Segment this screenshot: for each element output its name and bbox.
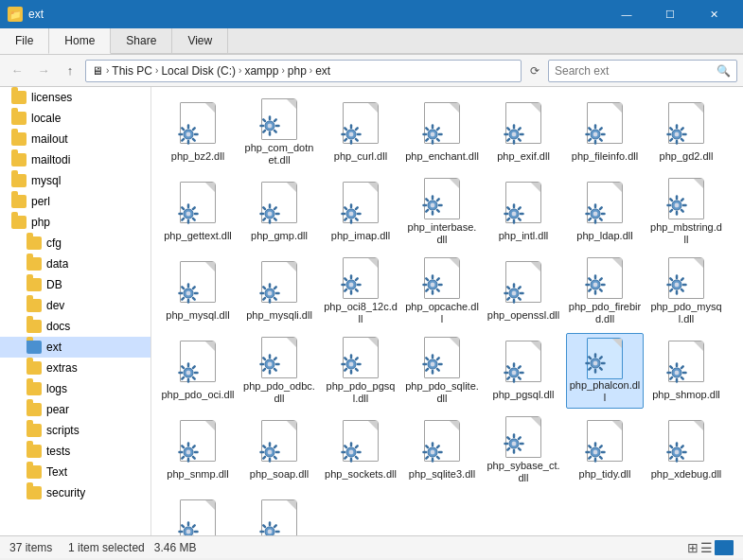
sidebar-item-perl[interactable]: perl — [0, 191, 150, 212]
path-localdisk[interactable]: Local Disk (C:) — [161, 64, 236, 78]
sidebar-item-locale[interactable]: locale — [0, 108, 150, 129]
file-item[interactable]: php_gd2.dll — [647, 95, 725, 170]
svg-point-443 — [268, 530, 272, 534]
tab-share[interactable]: Share — [111, 28, 172, 53]
svg-point-167 — [675, 202, 679, 206]
file-item[interactable]: php_pdo_sqlite.dll — [403, 333, 481, 409]
path-thispc[interactable]: This PC — [112, 64, 152, 78]
file-item[interactable]: php_pdo_firebird.dll — [566, 254, 644, 329]
sidebar-item-scripts[interactable]: scripts — [0, 420, 150, 441]
folder-icon — [27, 465, 42, 479]
tab-file[interactable]: File — [0, 28, 49, 54]
file-item[interactable]: php_pdo_pgsql.dll — [322, 333, 399, 409]
tab-view[interactable]: View — [172, 28, 228, 53]
address-path[interactable]: 🖥 › This PC › Local Disk (C:) › xampp › … — [85, 60, 522, 82]
file-item[interactable]: php_xmlrpc.dll — [159, 492, 237, 535]
dll-file-icon — [419, 420, 465, 465]
file-item[interactable]: php_mbstring.dll — [647, 174, 725, 250]
file-item[interactable]: php_pdo_odbc.dll — [240, 333, 318, 409]
file-item[interactable]: php_ldap.dll — [566, 174, 644, 250]
file-item[interactable]: php_xsl.dll — [240, 492, 318, 535]
sidebar-item-dev[interactable]: dev — [0, 295, 150, 316]
file-item[interactable]: php_xdebug.dll — [647, 412, 725, 488]
address-bar: ← → ↑ 🖥 › This PC › Local Disk (C:) › xa… — [0, 55, 743, 87]
file-item[interactable]: php_fileinfo.dll — [566, 95, 644, 170]
sidebar-item-logs[interactable]: logs — [0, 378, 150, 399]
minimize-button[interactable]: — — [605, 0, 648, 28]
file-item[interactable]: php_sybase_ct.dll — [485, 412, 562, 488]
sidebar-item-mailout[interactable]: mailout — [0, 129, 150, 149]
file-item[interactable]: php_enchant.dll — [403, 95, 481, 170]
file-item[interactable]: php_oci8_12c.dll — [322, 254, 399, 329]
refresh-button[interactable]: ⟳ — [525, 61, 544, 80]
svg-line-237 — [600, 278, 602, 280]
item-count: 37 items — [9, 541, 52, 554]
file-label: php_exif.dll — [497, 150, 550, 163]
file-item[interactable]: php_shmop.dll — [647, 333, 725, 409]
details-view-icon[interactable]: ⊞ — [687, 540, 699, 555]
path-php[interactable]: php — [288, 64, 307, 78]
sidebar-item-security[interactable]: security — [0, 482, 150, 503]
dll-file-icon — [257, 182, 302, 227]
file-item[interactable]: php_com_dotnet.dll — [240, 95, 318, 170]
tab-home[interactable]: Home — [49, 28, 111, 54]
file-item[interactable]: php_gettext.dll — [159, 174, 237, 250]
file-item[interactable]: php_opcache.dll — [403, 254, 481, 329]
sidebar-item-php[interactable]: php — [0, 212, 150, 233]
svg-line-77 — [670, 139, 672, 141]
sidebar-item-data[interactable]: data — [0, 254, 150, 274]
sidebar-item-docs[interactable]: docs — [0, 316, 150, 337]
sidebar-item-mysql[interactable]: mysql — [0, 170, 150, 191]
sidebar-item-cfg[interactable]: cfg — [0, 233, 150, 254]
search-input[interactable] — [555, 64, 713, 78]
file-item[interactable]: php_gmp.dll — [240, 174, 318, 250]
file-item[interactable]: php_pgsql.dll — [485, 333, 562, 409]
sidebar-item-ext[interactable]: ext — [0, 337, 150, 358]
file-item[interactable]: php_pdo_oci.dll — [159, 333, 237, 409]
path-ext[interactable]: ext — [315, 64, 330, 78]
sidebar-item-DB[interactable]: DB — [0, 274, 150, 295]
up-button[interactable]: ↑ — [59, 60, 81, 82]
file-label: php_ldap.dll — [576, 230, 632, 242]
file-item[interactable]: php_mysql.dll — [159, 254, 237, 329]
file-item[interactable]: php_curl.dll — [322, 95, 399, 170]
sidebar-item-mailtodi[interactable]: mailtodi — [0, 149, 150, 170]
sidebar-item-tests[interactable]: tests — [0, 441, 150, 462]
svg-line-113 — [345, 219, 346, 220]
folder-icon — [27, 236, 42, 250]
file-item[interactable]: php_pdo_mysql.dll — [647, 254, 725, 329]
file-item[interactable]: php_tidy.dll — [566, 412, 644, 488]
file-item[interactable]: php_sockets.dll — [322, 412, 399, 488]
file-item[interactable]: php_intl.dll — [485, 174, 562, 250]
close-button[interactable]: ✕ — [692, 0, 735, 28]
sidebar-item-licenses[interactable]: licenses — [0, 87, 150, 108]
file-item[interactable]: php_openssl.dll — [485, 254, 562, 329]
path-xampp[interactable]: xampp — [244, 64, 278, 78]
file-item[interactable]: php_bz2.dll — [159, 95, 237, 170]
file-item[interactable]: php_soap.dll — [240, 412, 318, 488]
file-item[interactable]: php_sqlite3.dll — [403, 412, 481, 488]
svg-line-225 — [519, 287, 521, 289]
sidebar-label: mysql — [31, 174, 61, 187]
folder-icon — [27, 424, 42, 437]
maximize-button[interactable]: ☐ — [648, 0, 692, 28]
sidebar-item-Text[interactable]: Text — [0, 462, 150, 482]
file-item[interactable]: php_phalcon.dll — [566, 333, 644, 409]
back-button[interactable]: ← — [6, 60, 28, 82]
sidebar-item-extras[interactable]: extras — [0, 358, 150, 378]
svg-line-111 — [356, 219, 358, 220]
sidebar-item-pear[interactable]: pear — [0, 399, 150, 420]
file-item[interactable]: php_exif.dll — [485, 95, 562, 170]
forward-button[interactable]: → — [32, 60, 55, 82]
dll-file-icon — [419, 337, 465, 377]
sidebar-label: security — [46, 486, 85, 499]
file-item[interactable]: php_mysqli.dll — [240, 254, 318, 329]
file-item[interactable]: php_imap.dll — [322, 174, 399, 250]
list-view-icon[interactable]: ☰ — [700, 540, 713, 555]
search-box[interactable]: 🔍 — [548, 60, 737, 82]
file-item[interactable]: php_snmp.dll — [159, 412, 237, 488]
file-label: php_tidy.dll — [579, 468, 631, 481]
dll-file-icon — [663, 341, 709, 386]
svg-line-357 — [274, 446, 276, 447]
file-item[interactable]: php_interbase.dll — [403, 174, 481, 250]
